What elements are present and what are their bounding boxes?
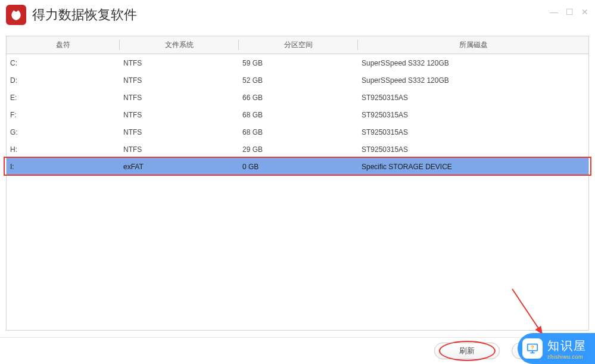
- cell-fs: NTFS: [120, 145, 239, 154]
- watermark: ? 知识屋 zhishiwu.com: [518, 333, 595, 364]
- header-drive[interactable]: 盘符: [7, 40, 120, 50]
- cell-space: 66 GB: [239, 94, 358, 102]
- cell-drive: E:: [7, 94, 120, 102]
- cell-disk: SuperSSpeed S332 120GB: [358, 76, 588, 85]
- close-button[interactable]: ✕: [581, 7, 589, 17]
- cell-space: 29 GB: [239, 145, 358, 154]
- header-space[interactable]: 分区空间: [239, 40, 358, 50]
- cell-drive: F:: [7, 111, 120, 119]
- cell-space: 68 GB: [239, 111, 358, 119]
- watermark-monitor-icon: ?: [522, 338, 543, 359]
- cell-fs: NTFS: [120, 128, 239, 136]
- app-icon: [6, 5, 26, 25]
- table-row[interactable]: D:NTFS52 GBSuperSSpeed S332 120GB: [7, 71, 588, 89]
- cell-space: 0 GB: [239, 163, 358, 171]
- cell-disk: ST9250315AS: [358, 128, 588, 136]
- table-header-row: 盘符 文件系统 分区空间 所属磁盘: [7, 36, 588, 54]
- table-row[interactable]: G:NTFS68 GBST9250315AS: [7, 123, 588, 141]
- cell-drive: H:: [7, 145, 120, 154]
- drive-table: 盘符 文件系统 分区空间 所属磁盘 C:NTFS59 GBSuperSSpeed…: [6, 36, 589, 331]
- cell-space: 59 GB: [239, 59, 358, 67]
- header-filesystem[interactable]: 文件系统: [120, 40, 239, 50]
- cell-fs: NTFS: [120, 111, 239, 119]
- table-row[interactable]: F:NTFS68 GBST9250315AS: [7, 106, 588, 123]
- refresh-button[interactable]: 刷新: [434, 343, 500, 359]
- cell-drive: G:: [7, 128, 120, 136]
- cell-drive: C:: [7, 59, 120, 67]
- title-bar: 得力数据恢复软件 — ☐ ✕: [0, 0, 595, 30]
- svg-text:?: ?: [531, 344, 534, 350]
- cell-space: 68 GB: [239, 128, 358, 136]
- cell-drive: I:: [7, 163, 120, 171]
- app-title: 得力数据恢复软件: [32, 6, 137, 24]
- cell-disk: SuperSSpeed S332 120GB: [358, 59, 588, 67]
- table-row[interactable]: H:NTFS29 GBST9250315AS: [7, 141, 588, 158]
- watermark-domain: zhishiwu.com: [547, 354, 587, 360]
- footer-bar: 刷新 返回: [0, 337, 595, 364]
- table-row[interactable]: I:exFAT0 GBSpecific STORAGE DEVICE: [7, 158, 588, 175]
- cell-fs: NTFS: [120, 59, 239, 67]
- cell-disk: Specific STORAGE DEVICE: [358, 163, 588, 171]
- cell-disk: ST9250315AS: [358, 145, 588, 154]
- cell-fs: exFAT: [120, 163, 239, 171]
- cell-fs: NTFS: [120, 76, 239, 85]
- cell-space: 52 GB: [239, 76, 358, 85]
- header-disk[interactable]: 所属磁盘: [358, 40, 588, 50]
- cell-disk: ST9250315AS: [358, 94, 588, 102]
- cell-fs: NTFS: [120, 94, 239, 102]
- table-row[interactable]: C:NTFS59 GBSuperSSpeed S332 120GB: [7, 54, 588, 71]
- cell-disk: ST9250315AS: [358, 111, 588, 119]
- cell-drive: D:: [7, 76, 120, 85]
- minimize-button[interactable]: —: [550, 7, 558, 17]
- watermark-name: 知识屋: [547, 338, 587, 354]
- maximize-button[interactable]: ☐: [565, 7, 574, 17]
- table-row[interactable]: E:NTFS66 GBST9250315AS: [7, 89, 588, 106]
